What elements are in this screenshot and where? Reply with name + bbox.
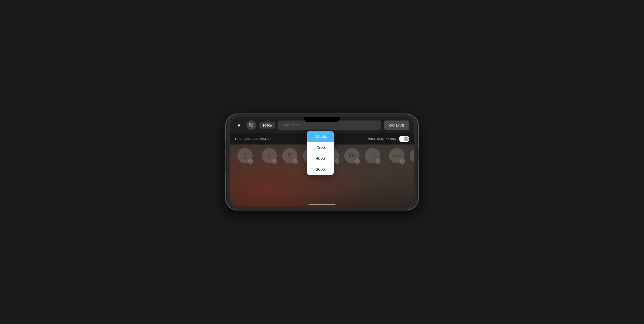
twitch-icon: [370, 153, 376, 159]
facebook-add-button[interactable]: +: [272, 159, 277, 164]
destination-rtmp[interactable]: RTMP +: [389, 148, 404, 163]
resolution-label: 1080p: [262, 123, 272, 127]
linkedin-add-button[interactable]: +: [355, 159, 360, 164]
orange-dot-indicator: [235, 138, 236, 140]
svg-rect-0: [243, 153, 247, 158]
resolution-button[interactable]: 1080p: [259, 122, 275, 129]
periscope-twitter-icon: [287, 152, 293, 159]
resolution-dropdown: 1080p 720p 480p 360p: [307, 131, 334, 175]
facebook-icon: f: [268, 152, 270, 159]
phone-frame: ∨ 1080p GO LIVE CHOOSE DESTINATION MULTI…: [226, 114, 418, 210]
periscope-twitter-add-button[interactable]: +: [293, 159, 298, 164]
twitch-add-button[interactable]: +: [376, 159, 380, 164]
rtmp-add-button[interactable]: +: [400, 159, 405, 164]
destination-periscope-twitter[interactable]: +: [282, 148, 298, 163]
resolution-option-480p[interactable]: 480p: [307, 153, 334, 164]
destination-sd-card[interactable]: +: [237, 148, 252, 163]
sd-card-icon: [242, 153, 248, 159]
multi-destination-label: MULTI DESTINATION: [368, 138, 396, 140]
home-indicator: [308, 204, 336, 205]
phone-notch: [304, 117, 340, 122]
leaf-add-button[interactable]: +: [334, 159, 339, 164]
resolution-option-360p[interactable]: 360p: [307, 164, 334, 175]
rtmp-label: RTMP: [393, 154, 401, 158]
chevron-down-button[interactable]: ∨: [235, 121, 243, 129]
resolution-option-720p[interactable]: 720p: [307, 142, 334, 153]
phone-screen: ∨ 1080p GO LIVE CHOOSE DESTINATION MULTI…: [230, 117, 414, 207]
dropdown-arrow: [318, 131, 323, 131]
sd-card-add-button[interactable]: +: [248, 159, 253, 164]
svg-point-4: [288, 153, 292, 156]
go-live-button[interactable]: GO LIVE: [384, 120, 409, 130]
vimeo-circle: [410, 148, 414, 163]
notifications-button[interactable]: [246, 120, 256, 130]
destination-facebook[interactable]: f +: [262, 148, 277, 163]
choose-destination-label: CHOOSE DESTINATION: [240, 138, 272, 140]
multi-destination-toggle[interactable]: [399, 136, 409, 142]
resolution-option-1080p[interactable]: 1080p: [307, 131, 334, 142]
chevron-down-icon: ∨: [237, 122, 241, 128]
linkedin-icon: [349, 153, 355, 159]
destination-linkedin[interactable]: +: [344, 148, 360, 163]
destination-twitch[interactable]: +: [365, 148, 380, 163]
bell-slash-icon: [249, 123, 254, 128]
destination-vimeo[interactable]: +: [410, 148, 414, 163]
